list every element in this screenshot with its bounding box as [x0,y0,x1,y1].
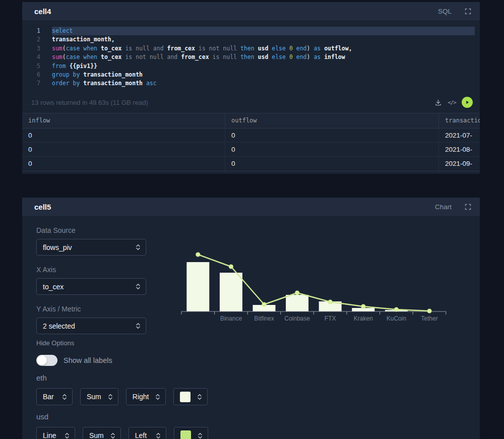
y-axis-field: Y Axis / Metric 2 selected [36,305,146,334]
result-table: inflowoutflowtransaction_month 002021-07… [22,113,480,171]
chevron-updown-icon [136,323,141,329]
data-source-select[interactable]: flows_piv [36,239,146,256]
line-number: 6 [22,71,40,79]
column-header[interactable]: transaction_month [439,113,480,128]
select-value: Left [135,431,147,439]
x-tick-label: Bitfinex [254,315,274,322]
toggle-label: Show all labels [64,356,112,364]
series-config-row-usd: Line Sum Left [36,427,480,439]
column-header[interactable]: inflow [22,113,225,128]
x-axis-select[interactable]: to_cex [36,278,146,295]
chevron-updown-icon [108,394,113,400]
result-header-row: inflowoutflowtransaction_month [22,113,480,129]
cell-title: cell4 [34,7,51,16]
chevron-updown-icon [136,244,141,250]
x-tick-label: Coinbase [284,315,310,322]
status-row: 13 rows returned in 49.63s (11 GB read) … [22,92,480,113]
chart-cell-body: Data Source flows_piv X Axis to_cex Y Ax… [22,217,480,439]
code-line-text: group by transaction_month [52,71,475,79]
chevron-updown-icon [198,432,203,439]
x-tick-label: FTX [325,315,336,322]
series-name-usd: usd [36,412,480,421]
x-tick-label: KuCoin [387,315,406,322]
column-header[interactable]: outflow [225,113,439,128]
series-name-eth: eth [36,373,480,382]
line-number: 3 [22,44,40,53]
select-value: flows_piv [43,243,72,252]
code-line[interactable]: 6group by transaction_month [22,71,480,79]
select-value: Sum [87,393,101,401]
sql-editor[interactable]: 1select2transaction_month,3sum(case when… [22,21,480,92]
table-row: 002021-08- [22,143,480,157]
select-value: 2 selected [43,322,75,330]
run-button[interactable] [462,97,473,108]
combo-chart[interactable]: BinanceBitfinexCoinbaseFTXKrakenKuCoinTe… [179,246,472,327]
line-number: 5 [22,62,40,71]
color-swatch [180,430,191,439]
eth-chart-type-select[interactable]: Bar [36,388,73,405]
view-code-icon[interactable]: </> [448,99,456,106]
usd-axis-select[interactable]: Left [129,427,166,439]
query-status: 13 rows returned in 49.63s (11 GB read) [31,99,148,106]
result-rows: 002021-07-002021-08-002021-09- [22,129,480,171]
cell-title: cell5 [34,203,51,211]
code-line[interactable]: 5from {{piv1}} [22,62,480,71]
select-value: to_cex [43,283,64,291]
expand-icon[interactable] [465,204,472,211]
code-line[interactable]: 7order by transaction_month asc [22,79,480,88]
line-number: 1 [22,27,40,35]
line-number: 7 [22,79,40,88]
expand-icon[interactable] [465,8,472,15]
select-value: Sum [89,431,104,439]
field-label: X Axis [36,266,146,274]
code-line-text: order by transaction_month asc [52,79,475,88]
code-line-text: from {{piv1}} [52,62,475,71]
cell5-header: cell5 Chart [22,198,480,217]
show-all-labels-toggle[interactable] [36,355,57,366]
line-number: 2 [22,35,40,44]
sql-cell: cell4 SQL 1select2transaction_month,3sum… [22,2,480,174]
cell-type-label: SQL [438,8,452,15]
y-axis-select[interactable]: 2 selected [36,318,146,334]
table-row: 002021-07- [22,129,480,143]
table-cell: 0 [225,143,439,156]
eth-agg-select[interactable]: Sum [80,388,118,405]
download-icon[interactable] [434,99,442,106]
code-line-text: select [52,27,475,35]
table-cell: 0 [22,129,225,142]
usd-chart-type-select[interactable]: Line [36,427,75,439]
table-row: 002021-09- [22,157,480,171]
eth-color-select[interactable] [173,388,208,405]
x-axis-field: X Axis to_cex [36,266,146,295]
chevron-updown-icon [197,394,202,400]
code-line[interactable]: 3sum(case when to_cex is null and from_c… [22,44,480,53]
chevron-updown-icon [156,432,161,439]
code-line-text: sum(case when to_cex is null and from_ce… [52,44,475,53]
chart-cell: cell5 Chart Data Source flows_piv X Axis… [22,198,480,439]
hide-options-link[interactable]: Hide Options [36,339,480,347]
table-cell: 0 [225,157,439,171]
code-line[interactable]: 1select [22,27,480,35]
color-swatch [180,392,191,402]
field-label: Y Axis / Metric [36,305,146,313]
table-cell: 2021-08- [439,143,480,156]
usd-color-select[interactable] [174,427,208,439]
table-cell: 2021-09- [439,157,480,171]
chevron-updown-icon [155,394,160,400]
chevron-updown-icon [110,432,115,439]
eth-axis-select[interactable]: Right [126,388,166,405]
table-cell: 0 [22,157,225,171]
chevron-updown-icon [136,283,141,290]
cell-type-label: Chart [435,203,452,211]
code-line-text: sum(case when to_cex is not null and fro… [52,53,475,61]
x-tick-label: Tether [421,315,437,322]
show-all-labels-row: Show all labels [36,355,480,366]
field-label: Data Source [36,226,146,234]
code-line[interactable]: 4sum(case when to_cex is not null and fr… [22,53,480,61]
code-line[interactable]: 2transaction_month, [22,35,480,44]
usd-agg-select[interactable]: Sum [83,427,121,439]
chevron-updown-icon [62,394,67,400]
chevron-updown-icon [65,432,70,439]
x-tick-label: Binance [220,315,242,322]
table-cell: 0 [225,129,439,142]
